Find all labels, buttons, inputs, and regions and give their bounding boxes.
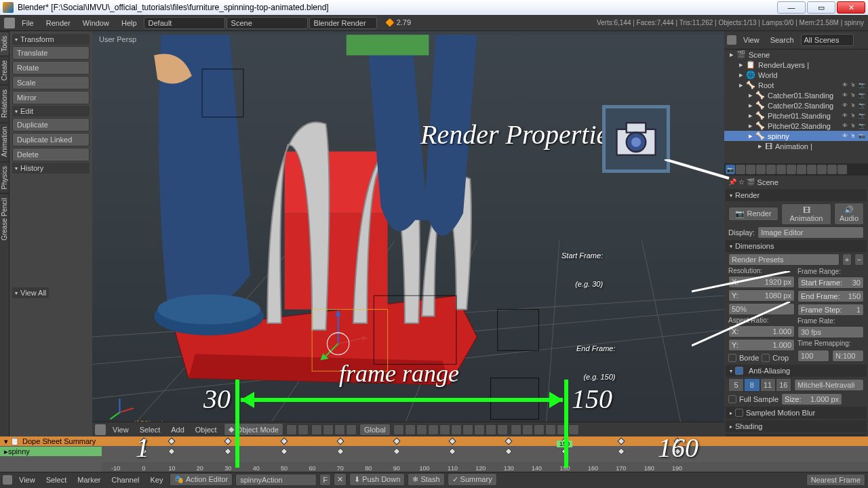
outliner-row[interactable]: ▸🦴spinny👁🖱📷 [724,131,868,141]
window-close[interactable]: ✕ [837,1,865,14]
outliner-row[interactable]: ▸🦴Pitcher01.Standing👁🖱📷 [724,110,868,121]
menu-help[interactable]: Help [116,18,142,28]
panel-dimensions[interactable]: Dimensions [726,240,867,252]
vp-menu-select[interactable]: Select [136,424,165,435]
window-min[interactable]: — [777,1,806,14]
panel-sampled-motion-blur[interactable]: Sampled Motion Blur [726,407,867,419]
panel-render[interactable]: Render [726,189,867,201]
res-x[interactable]: X:1920 px [728,276,795,288]
menu-render[interactable]: Render [41,18,76,28]
duplicate-button[interactable]: Duplicate [12,118,90,131]
push-down-button[interactable]: ⬇ Push Down [349,473,405,486]
editor-type-icon[interactable] [95,424,106,435]
frame-rate[interactable]: 30 fps [797,326,864,338]
ol-view[interactable]: View [739,35,764,45]
audio-button[interactable]: 🔊 Audio [834,203,864,225]
tab-modifiers-icon[interactable] [787,165,796,174]
tab-physics-icon[interactable] [837,165,847,174]
panel-transform[interactable]: Transform [12,34,90,45]
rotate-button[interactable]: Rotate [12,61,90,75]
border-check[interactable] [728,354,736,362]
ds-key[interactable]: Key [146,474,167,485]
mirror-button[interactable]: Mirror [12,91,90,104]
tab-texture-icon[interactable] [817,165,827,174]
mode-selector[interactable]: ◆ Object Mode [224,423,283,436]
crop-check[interactable] [762,354,770,362]
outliner-row[interactable]: ▸🎞Animation | [724,141,868,151]
ds-select[interactable]: Select [42,474,71,485]
aa-filter[interactable]: Mitchell-Netravali [794,379,864,391]
tab-world-icon[interactable] [756,165,766,174]
scene-selector[interactable]: Scene [226,17,308,29]
delete-button[interactable]: Delete [12,148,90,161]
vp-icons-1[interactable] [286,424,309,435]
render-presets[interactable]: Render Presets [728,253,840,266]
window-max[interactable]: ▭ [807,1,835,14]
tab-create[interactable]: Create [0,56,9,85]
vp-menu-view[interactable]: View [108,424,133,435]
remap-old[interactable]: 100 [797,350,829,362]
editor-type-icon[interactable] [4,18,15,28]
tab-layers-icon[interactable] [736,165,745,174]
ds-mode[interactable]: 🎭 Action Editor [170,473,233,486]
layout-selector[interactable]: Default [144,17,225,29]
translate-button[interactable]: Translate [12,46,90,60]
outliner-row[interactable]: ▸🌐World [724,70,868,80]
remap-new[interactable]: N:100 [832,350,864,362]
ds-marker[interactable]: Marker [73,474,104,485]
tab-relations[interactable]: Relations [0,85,9,122]
display-selector[interactable]: Image Editor [757,226,864,239]
tab-data-icon[interactable] [797,165,806,174]
vp-menu-add[interactable]: Add [167,424,189,435]
res-y[interactable]: Y:1080 px [728,289,795,302]
outliner-row[interactable]: ▸🦴Root👁🖱📷 [724,80,868,90]
aa-size[interactable]: Size:1.000 px [781,393,842,405]
editor-type-icon[interactable] [3,475,12,485]
aspect-x[interactable]: X:1.000 [728,325,795,338]
vp-menu-object[interactable]: Object [191,424,221,435]
duplicate-linked-button[interactable]: Duplicate Linked [12,133,90,146]
engine-selector[interactable]: Blender Render [309,17,377,29]
stash-button[interactable]: ❄ Stash [408,473,444,486]
panel-viewall[interactable]: View All [12,287,49,298]
vp-icons-2[interactable] [311,424,357,435]
aa-samples[interactable]: 581116 [728,378,791,392]
outliner-row[interactable]: ▸🦴Pitcher02.Standing👁🖱📷 [724,121,868,131]
outliner-tree[interactable]: ▸🎬Scene▸📋RenderLayers |▸🌐World▸🦴Root👁🖱📷▸… [724,49,868,163]
panel-shading[interactable]: Shading [726,420,867,432]
scale-button[interactable]: Scale [12,76,90,89]
dopesheet[interactable]: ▾ 📋 Dope Sheet Summary ▸ spinny 150 -100… [0,436,868,472]
animation-button[interactable]: 🎞 Animation [781,203,831,225]
tab-constraints-icon[interactable] [776,165,786,174]
menu-window[interactable]: Window [77,18,115,28]
tab-tools[interactable]: Tools [0,31,9,56]
aspect-y[interactable]: Y:1.000 [728,339,795,351]
frame-step-field[interactable]: Frame Step:1 [797,304,864,316]
tab-animation[interactable]: Animation [0,122,9,161]
panel-aa[interactable]: Anti-Aliasing [726,365,867,377]
editor-type-icon[interactable] [727,35,736,45]
3d-viewport[interactable]: User Persp [92,31,724,436]
end-frame-field[interactable]: End Frame:150 [797,290,864,302]
outliner-row[interactable]: ▸🦴Catcher01.Standing👁🖱📷 [724,90,868,100]
tab-material-icon[interactable] [807,165,816,174]
orientation-selector[interactable]: Global [359,424,391,436]
layer-buttons[interactable] [393,424,508,435]
res-pct[interactable]: 50% [728,303,795,315]
outliner-row[interactable]: ▸📋RenderLayers | [724,60,868,70]
ds-channel[interactable]: Channel [107,474,143,485]
snap-mode[interactable]: Nearest Frame [806,474,865,486]
outliner-filter[interactable] [801,34,854,46]
tab-object-icon[interactable] [766,165,776,174]
start-frame-field[interactable]: Start Frame:30 [797,277,864,289]
tab-particles-icon[interactable] [827,165,837,174]
summary-toggle[interactable]: ✓ Summary [448,473,497,486]
action-selector[interactable]: spinnyAction [235,474,317,486]
full-sample-check[interactable] [728,395,736,403]
dopesheet-channel[interactable]: ▸ spinny [0,447,102,456]
tab-greasepencil[interactable]: Grease Pencil [0,193,9,245]
menu-file[interactable]: File [16,18,39,28]
ol-search[interactable]: Search [766,35,798,45]
tab-render-icon[interactable]: 📷 [726,165,735,174]
outliner-row[interactable]: ▸🎬Scene [724,49,868,60]
